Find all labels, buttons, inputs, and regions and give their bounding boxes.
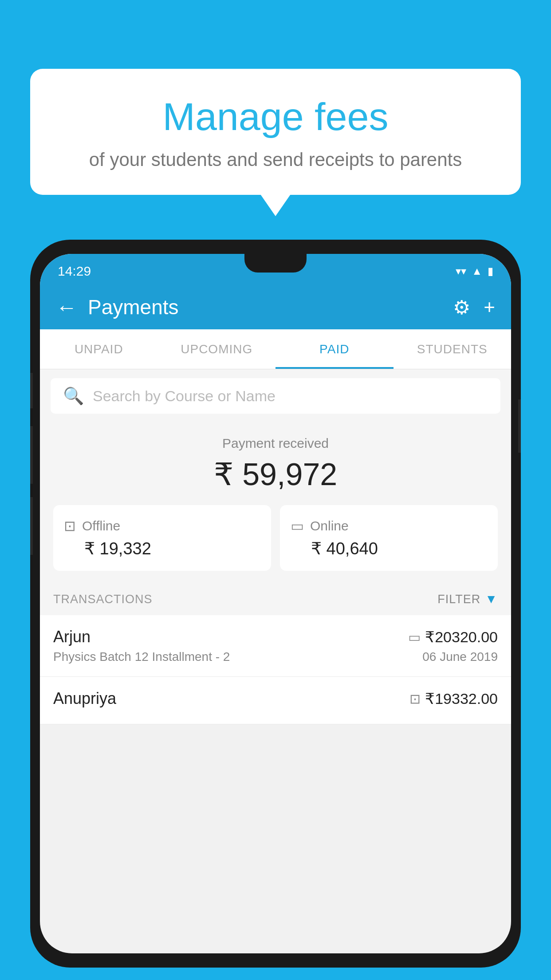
- tab-students[interactable]: STUDENTS: [394, 329, 512, 369]
- transactions-label: TRANSACTIONS: [53, 593, 153, 606]
- bubble-subtitle: of your students and send receipts to pa…: [52, 149, 499, 170]
- search-placeholder: Search by Course or Name: [93, 387, 276, 405]
- bubble-title: Manage fees: [52, 95, 499, 138]
- signal-icon: ▲: [472, 265, 482, 277]
- phone-notch: [244, 254, 307, 273]
- filter-button[interactable]: FILTER ▼: [437, 592, 498, 606]
- transaction-amount-container: ▭ ₹20320.00: [408, 628, 498, 646]
- table-row[interactable]: Anupriya ⊡ ₹19332.00: [40, 677, 511, 724]
- offline-icon: ⊡: [64, 518, 76, 534]
- filter-icon: ▼: [485, 592, 498, 606]
- phone-side-btn-left-1: [30, 373, 33, 408]
- gear-icon[interactable]: ⚙: [453, 296, 470, 319]
- transaction-amount: ₹19332.00: [425, 690, 498, 707]
- tabs: UNPAID UPCOMING PAID STUDENTS: [40, 329, 511, 369]
- payment-received-label: Payment received: [53, 436, 498, 451]
- status-time: 14:29: [58, 264, 91, 279]
- transaction-amount: ₹20320.00: [425, 628, 498, 646]
- transaction-row-bottom: Physics Batch 12 Installment - 2 06 June…: [53, 650, 498, 664]
- add-icon[interactable]: +: [484, 296, 495, 318]
- offline-label: Offline: [82, 518, 120, 533]
- transaction-row-top: Anupriya ⊡ ₹19332.00: [53, 689, 498, 708]
- card-icon: ▭: [408, 629, 421, 645]
- transaction-name: Arjun: [53, 628, 91, 646]
- app-bar: ← Payments ⚙ +: [40, 285, 511, 329]
- transaction-amount-container: ⊡ ₹19332.00: [409, 690, 498, 707]
- app-bar-actions: ⚙ +: [453, 296, 495, 319]
- payment-total-amount: ₹ 59,972: [53, 456, 498, 493]
- table-row[interactable]: Arjun ▭ ₹20320.00 Physics Batch 12 Insta…: [40, 615, 511, 677]
- online-amount: ₹ 40,640: [311, 539, 378, 558]
- search-icon: 🔍: [63, 386, 84, 406]
- online-label: Online: [310, 518, 349, 533]
- transactions-header: TRANSACTIONS FILTER ▼: [40, 583, 511, 615]
- speech-bubble: Manage fees of your students and send re…: [30, 69, 521, 195]
- phone-side-btn-right: [518, 399, 521, 453]
- transaction-name: Anupriya: [53, 689, 116, 708]
- tab-paid[interactable]: PAID: [276, 329, 394, 369]
- transaction-course: Physics Batch 12 Installment - 2: [53, 650, 230, 664]
- search-bar[interactable]: 🔍 Search by Course or Name: [51, 378, 500, 414]
- offline-card-header: ⊡ Offline: [64, 518, 120, 534]
- phone-screen: 14:29 ▾▾ ▲ ▮ ← Payments ⚙ + UNPAID UPCOM…: [40, 254, 511, 953]
- tab-unpaid[interactable]: UNPAID: [40, 329, 158, 369]
- phone-side-btn-left-2: [30, 426, 33, 484]
- transaction-row-top: Arjun ▭ ₹20320.00: [53, 628, 498, 646]
- back-button[interactable]: ←: [56, 295, 77, 320]
- transactions-list: Arjun ▭ ₹20320.00 Physics Batch 12 Insta…: [40, 615, 511, 724]
- phone-side-btn-left-3: [30, 497, 33, 555]
- phone-frame: 14:29 ▾▾ ▲ ▮ ← Payments ⚙ + UNPAID UPCOM…: [30, 240, 521, 968]
- tab-upcoming[interactable]: UPCOMING: [158, 329, 276, 369]
- offline-amount: ₹ 19,332: [84, 539, 151, 558]
- cash-icon: ⊡: [409, 691, 421, 707]
- status-icons: ▾▾ ▲ ▮: [456, 265, 493, 277]
- offline-card: ⊡ Offline ₹ 19,332: [53, 505, 271, 571]
- app-bar-title: Payments: [88, 295, 442, 319]
- online-card-header: ▭ Online: [291, 518, 349, 534]
- wifi-icon: ▾▾: [456, 265, 466, 277]
- search-bar-container: 🔍 Search by Course or Name: [40, 369, 511, 423]
- battery-icon: ▮: [488, 265, 493, 277]
- online-card: ▭ Online ₹ 40,640: [280, 505, 498, 571]
- payment-summary: Payment received ₹ 59,972 ⊡ Offline ₹ 19…: [40, 423, 511, 583]
- transaction-date: 06 June 2019: [422, 650, 498, 664]
- payment-cards: ⊡ Offline ₹ 19,332 ▭ Online ₹ 40,640: [53, 505, 498, 571]
- online-icon: ▭: [291, 518, 304, 534]
